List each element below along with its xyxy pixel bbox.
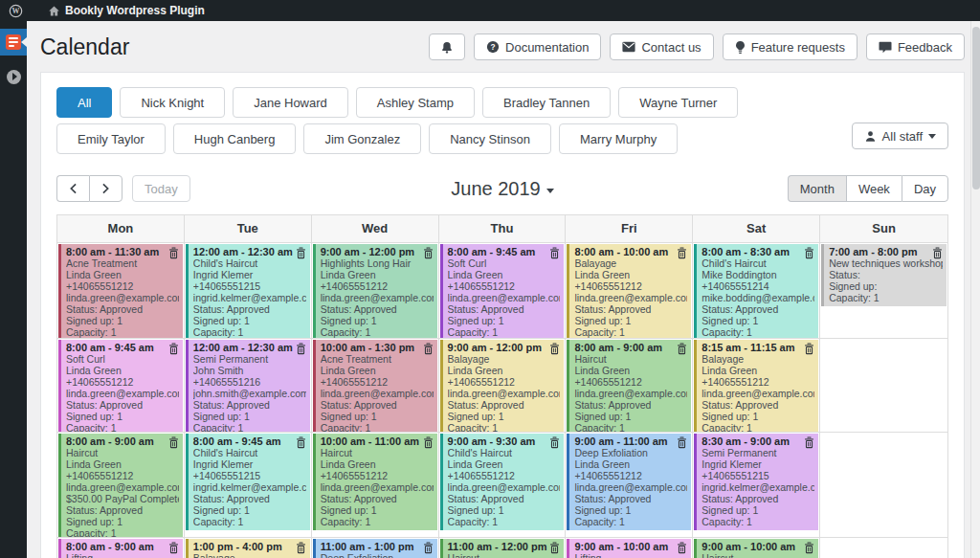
appointment-card[interactable]: 7:00 am - 8:00 pmNew techniques workshop… (821, 244, 947, 306)
delete-appointment-icon[interactable] (677, 436, 687, 449)
scrollbar[interactable] (970, 21, 980, 558)
delete-appointment-icon[interactable] (296, 343, 306, 355)
appointment-card[interactable]: 12:00 am - 12:30 amChild's HaircutIngrid… (186, 244, 310, 338)
view-button-day[interactable]: Day (902, 175, 948, 202)
view-button-week[interactable]: Week (846, 175, 902, 202)
day-cell-sat[interactable]: 8:00 am - 8:30 amChild's HaircutMike Bod… (693, 243, 820, 338)
delete-appointment-icon[interactable] (932, 247, 943, 259)
day-cell-sun[interactable] (820, 433, 947, 537)
staff-tab-hugh-canberg[interactable]: Hugh Canberg (173, 123, 297, 154)
appointment-card[interactable]: 8:00 am - 9:00 amHaircutLinda Green+1406… (567, 340, 691, 432)
appointment-card[interactable]: 9:00 am - 10:00 amHaircut (694, 539, 818, 558)
delete-appointment-icon[interactable] (423, 343, 434, 355)
day-cell-thu[interactable]: 9:00 am - 9:30 amChild's HaircutLinda Gr… (439, 433, 567, 537)
contact-us-button[interactable]: Contact us (610, 33, 713, 60)
all-staff-dropdown[interactable]: All staff (852, 123, 948, 149)
appointment-card[interactable]: 8:00 am - 10:00 amBalayageLinda Green+14… (567, 244, 691, 338)
appointment-card[interactable]: 8:00 am - 11:30 amAcne TreatmentLinda Gr… (58, 244, 183, 338)
day-cell-sun[interactable] (820, 538, 947, 558)
day-cell-mon[interactable]: 8:00 am - 9:45 amSoft CurlLinda Green+14… (57, 339, 185, 432)
delete-appointment-icon[interactable] (804, 542, 814, 554)
delete-appointment-icon[interactable] (168, 542, 179, 554)
scrollbar-thumb[interactable] (972, 27, 980, 190)
day-cell-thu[interactable]: 9:00 am - 12:00 pmBalayageLinda Green+14… (439, 339, 567, 432)
site-link[interactable]: Bookly Wordpress Plugin (39, 0, 213, 21)
staff-tab-emily-taylor[interactable]: Emily Taylor (56, 123, 166, 154)
day-cell-wed[interactable]: 11:00 am - 1:00 pmDeep Exfoliation (312, 538, 439, 558)
wordpress-logo-icon[interactable]: W (0, 0, 32, 21)
delete-appointment-icon[interactable] (296, 542, 306, 554)
delete-appointment-icon[interactable] (677, 343, 687, 355)
staff-tab-all[interactable]: All (56, 87, 112, 118)
staff-tab-nick-knight[interactable]: Nick Knight (120, 87, 225, 118)
day-cell-fri[interactable]: 9:00 am - 10:00 amLifting (566, 538, 693, 558)
day-cell-wed[interactable]: 10:00 am - 11:00 amHaircutLinda Green+14… (312, 433, 439, 537)
feature-requests-button[interactable]: Feature requests (723, 33, 858, 60)
documentation-button[interactable]: ? Documentation (474, 33, 601, 60)
delete-appointment-icon[interactable] (549, 542, 560, 554)
delete-appointment-icon[interactable] (168, 343, 179, 355)
day-cell-sat[interactable]: 9:00 am - 10:00 amHaircut (693, 538, 820, 558)
day-cell-mon[interactable]: 8:00 am - 9:00 amHaircutLinda Green+1406… (57, 433, 185, 537)
collapse-menu-button[interactable] (0, 63, 27, 90)
day-cell-tue[interactable]: 12:00 am - 12:30 amChild's HaircutIngrid… (185, 243, 312, 338)
day-cell-wed[interactable]: 9:00 am - 12:00 pmHighlights Long HairLi… (312, 243, 439, 338)
appointment-card[interactable]: 9:00 am - 10:00 amLifting (567, 539, 691, 558)
appointment-card[interactable]: 1:00 pm - 4:00 pmBalayage (186, 539, 310, 558)
next-month-button[interactable] (89, 175, 122, 202)
staff-tab-marry-murphy[interactable]: Marry Murphy (559, 123, 678, 154)
day-cell-tue[interactable]: 12:00 am - 12:30 amSemi PermanentJohn Sm… (185, 339, 312, 432)
appointment-card[interactable]: 12:00 am - 12:30 amSemi PermanentJohn Sm… (186, 340, 310, 432)
period-title-dropdown[interactable]: June 2019 (451, 178, 553, 199)
day-cell-mon[interactable]: 8:00 am - 11:30 amAcne TreatmentLinda Gr… (57, 243, 185, 338)
delete-appointment-icon[interactable] (677, 542, 687, 554)
staff-tab-bradley-tannen[interactable]: Bradley Tannen (482, 87, 611, 118)
appointment-card[interactable]: 8:00 am - 9:00 amLifting (58, 539, 183, 558)
delete-appointment-icon[interactable] (168, 247, 179, 259)
appointment-card[interactable]: 10:00 am - 1:30 pmAcne TreatmentLinda Gr… (313, 340, 437, 432)
appointment-card[interactable]: 8:00 am - 9:45 amChild's HaircutIngrid K… (186, 434, 310, 530)
staff-tab-wayne-turner[interactable]: Wayne Turner (618, 87, 738, 118)
delete-appointment-icon[interactable] (549, 247, 560, 259)
appointment-card[interactable]: 11:00 am - 12:00 pmHaircut (440, 539, 565, 558)
day-cell-sun[interactable]: 7:00 am - 8:00 pmNew techniques workshop… (820, 243, 947, 338)
day-cell-tue[interactable]: 8:00 am - 9:45 amChild's HaircutIngrid K… (185, 433, 312, 537)
appointment-card[interactable]: 11:00 am - 1:00 pmDeep Exfoliation (313, 539, 437, 558)
delete-appointment-icon[interactable] (423, 542, 434, 554)
delete-appointment-icon[interactable] (804, 247, 814, 259)
staff-tab-ashley-stamp[interactable]: Ashley Stamp (356, 87, 475, 118)
delete-appointment-icon[interactable] (804, 343, 814, 355)
day-cell-thu[interactable]: 8:00 am - 9:45 amSoft CurlLinda Green+14… (439, 243, 567, 338)
today-button[interactable]: Today (132, 175, 190, 202)
day-cell-sun[interactable] (820, 339, 947, 432)
delete-appointment-icon[interactable] (296, 247, 306, 259)
day-cell-thu[interactable]: 11:00 am - 12:00 pmHaircut (439, 538, 567, 558)
appointment-card[interactable]: 9:00 am - 12:00 pmHighlights Long HairLi… (313, 244, 437, 338)
delete-appointment-icon[interactable] (168, 436, 179, 449)
day-cell-fri[interactable]: 8:00 am - 9:00 amHaircutLinda Green+1406… (566, 339, 693, 432)
day-cell-mon[interactable]: 8:00 am - 9:00 amLifting (57, 538, 185, 558)
day-cell-fri[interactable]: 9:00 am - 11:00 amDeep ExfoliationLinda … (566, 433, 693, 537)
feedback-button[interactable]: Feedback (866, 33, 965, 60)
delete-appointment-icon[interactable] (804, 436, 814, 449)
delete-appointment-icon[interactable] (423, 247, 434, 259)
day-cell-sat[interactable]: 8:30 am - 9:00 amSemi PermanentIngrid Kl… (693, 433, 820, 537)
delete-appointment-icon[interactable] (549, 343, 560, 355)
appointment-card[interactable]: 8:00 am - 8:30 amChild's HaircutMike Bod… (694, 244, 818, 338)
sidebar-item-bookly[interactable] (0, 29, 27, 56)
day-cell-sat[interactable]: 8:15 am - 11:15 amBalayageLinda Green+14… (693, 339, 820, 432)
appointment-card[interactable]: 8:30 am - 9:00 amSemi PermanentIngrid Kl… (694, 434, 818, 530)
appointment-card[interactable]: 9:00 am - 12:00 pmBalayageLinda Green+14… (440, 340, 565, 432)
day-cell-wed[interactable]: 10:00 am - 1:30 pmAcne TreatmentLinda Gr… (312, 339, 439, 432)
staff-tab-jim-gonzalez[interactable]: Jim Gonzalez (303, 123, 421, 154)
appointment-card[interactable]: 8:00 am - 9:45 amSoft CurlLinda Green+14… (440, 244, 565, 338)
delete-appointment-icon[interactable] (677, 247, 687, 259)
delete-appointment-icon[interactable] (296, 436, 306, 449)
appointment-card[interactable]: 8:00 am - 9:00 amHaircutLinda Green+1406… (58, 434, 183, 537)
prev-month-button[interactable] (56, 175, 89, 202)
notifications-button[interactable] (429, 33, 465, 60)
appointment-card[interactable]: 10:00 am - 11:00 amHaircutLinda Green+14… (313, 434, 437, 530)
appointment-card[interactable]: 9:00 am - 9:30 amChild's HaircutLinda Gr… (440, 434, 565, 530)
appointment-card[interactable]: 8:00 am - 9:45 amSoft CurlLinda Green+14… (58, 340, 183, 432)
view-button-month[interactable]: Month (788, 175, 846, 202)
